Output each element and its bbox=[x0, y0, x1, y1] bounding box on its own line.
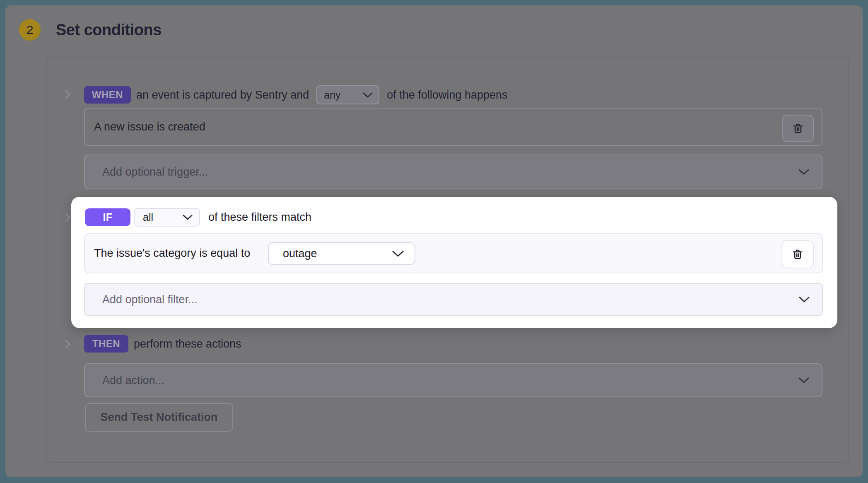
add-optional-filter-select[interactable]: Add optional filter... bbox=[84, 283, 823, 316]
page-title: Set conditions bbox=[56, 19, 162, 41]
then-collapse-control[interactable] bbox=[63, 338, 72, 350]
trigger-row-label: A new issue is created bbox=[85, 121, 205, 133]
then-text-after: perform these actions bbox=[134, 338, 241, 350]
if-badge: IF bbox=[85, 208, 130, 226]
then-condition-line: THEN perform these actions bbox=[84, 335, 241, 353]
filter-row-label: The issue's category is equal to bbox=[85, 247, 250, 260]
step-number-badge: 2 bbox=[19, 19, 41, 41]
when-collapse-control[interactable] bbox=[63, 89, 72, 100]
add-action-select[interactable]: Add action... bbox=[84, 363, 822, 397]
chevron-down-icon bbox=[799, 297, 810, 302]
when-text-after: of the following happens bbox=[387, 89, 507, 101]
delete-filter-button[interactable] bbox=[781, 240, 814, 268]
when-condition-line: WHEN an event is captured by Sentry and … bbox=[84, 85, 507, 104]
delete-trigger-button[interactable] bbox=[782, 115, 814, 142]
chevron-right-icon bbox=[63, 89, 72, 100]
trigger-row: A new issue is created bbox=[84, 108, 822, 146]
send-test-notification-button[interactable]: Send Test Notification bbox=[85, 403, 233, 432]
when-text-before: an event is captured by Sentry and bbox=[136, 89, 309, 101]
add-optional-filter-placeholder: Add optional filter... bbox=[85, 293, 198, 306]
chevron-right-icon bbox=[63, 212, 72, 223]
if-collapse-control[interactable] bbox=[63, 212, 72, 223]
chevron-down-icon bbox=[363, 92, 373, 98]
screenshot-canvas: 2 Set conditions WHEN an event is captur… bbox=[0, 0, 868, 483]
if-condition-line: IF all of these filters match bbox=[85, 208, 311, 227]
chevron-right-icon bbox=[63, 338, 72, 350]
if-text-after: of these filters match bbox=[208, 211, 311, 224]
when-match-select-value: any bbox=[317, 89, 340, 101]
if-match-select[interactable]: all bbox=[134, 208, 200, 227]
chevron-down-icon bbox=[392, 251, 404, 257]
filter-value-select-value: outage bbox=[269, 247, 317, 260]
add-optional-trigger-placeholder: Add optional trigger... bbox=[85, 166, 208, 179]
if-match-select-value: all bbox=[135, 211, 153, 223]
add-action-placeholder: Add action... bbox=[85, 374, 164, 387]
chevron-down-icon bbox=[798, 169, 809, 175]
chevron-down-icon bbox=[183, 215, 193, 220]
trash-icon bbox=[791, 248, 804, 261]
when-badge: WHEN bbox=[84, 86, 131, 104]
filter-row: The issue's category is equal to outage bbox=[84, 233, 823, 273]
when-match-select[interactable]: any bbox=[316, 85, 379, 104]
then-badge: THEN bbox=[84, 335, 128, 353]
trash-icon bbox=[791, 122, 805, 135]
filter-value-select[interactable]: outage bbox=[268, 242, 415, 265]
step-number: 2 bbox=[27, 23, 34, 37]
chevron-down-icon bbox=[798, 377, 809, 383]
add-optional-trigger-select[interactable]: Add optional trigger... bbox=[84, 155, 822, 189]
